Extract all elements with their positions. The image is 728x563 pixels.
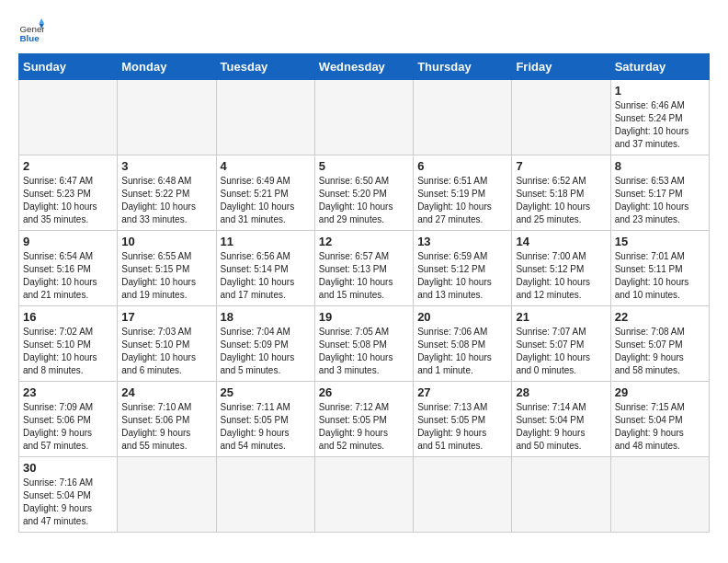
calendar-header-thursday: Thursday: [414, 54, 512, 80]
calendar-cell: 14Sunrise: 7:00 AM Sunset: 5:12 PM Dayli…: [512, 231, 610, 306]
day-number: 27: [417, 385, 507, 399]
calendar-header-monday: Monday: [118, 54, 216, 80]
calendar-header-wednesday: Wednesday: [314, 54, 413, 80]
day-info: Sunrise: 6:48 AM Sunset: 5:22 PM Dayligh…: [121, 175, 211, 226]
calendar-cell: 13Sunrise: 6:59 AM Sunset: 5:12 PM Dayli…: [414, 231, 512, 306]
calendar-cell: [414, 80, 512, 155]
calendar-cell: 25Sunrise: 7:11 AM Sunset: 5:05 PM Dayli…: [216, 382, 314, 457]
calendar-cell: [512, 80, 610, 155]
calendar-week-row: 9Sunrise: 6:54 AM Sunset: 5:16 PM Daylig…: [19, 231, 710, 306]
calendar-cell: 10Sunrise: 6:55 AM Sunset: 5:15 PM Dayli…: [118, 231, 216, 306]
calendar-cell: 21Sunrise: 7:07 AM Sunset: 5:07 PM Dayli…: [512, 306, 610, 382]
calendar-cell: 24Sunrise: 7:10 AM Sunset: 5:06 PM Dayli…: [118, 382, 216, 457]
calendar-cell: [610, 457, 709, 533]
calendar-week-row: 1Sunrise: 6:46 AM Sunset: 5:24 PM Daylig…: [19, 80, 710, 155]
day-number: 9: [23, 235, 113, 248]
calendar-cell: 4Sunrise: 6:49 AM Sunset: 5:21 PM Daylig…: [216, 155, 314, 231]
header: General Blue: [18, 18, 710, 44]
calendar-cell: 12Sunrise: 6:57 AM Sunset: 5:13 PM Dayli…: [314, 231, 413, 306]
calendar-cell: 11Sunrise: 6:56 AM Sunset: 5:14 PM Dayli…: [216, 231, 314, 306]
day-number: 26: [319, 385, 409, 399]
calendar-cell: 22Sunrise: 7:08 AM Sunset: 5:07 PM Dayli…: [610, 306, 709, 382]
day-info: Sunrise: 7:06 AM Sunset: 5:08 PM Dayligh…: [417, 326, 507, 377]
day-number: 6: [417, 159, 507, 173]
calendar-cell: 1Sunrise: 6:46 AM Sunset: 5:24 PM Daylig…: [610, 80, 709, 155]
day-number: 19: [319, 310, 409, 324]
svg-marker-3: [39, 18, 44, 24]
day-info: Sunrise: 6:53 AM Sunset: 5:17 PM Dayligh…: [615, 175, 705, 226]
calendar-header-tuesday: Tuesday: [216, 54, 314, 80]
day-number: 13: [417, 235, 507, 248]
day-info: Sunrise: 7:02 AM Sunset: 5:10 PM Dayligh…: [23, 326, 113, 377]
day-number: 30: [23, 461, 113, 475]
day-info: Sunrise: 6:51 AM Sunset: 5:19 PM Dayligh…: [417, 175, 507, 226]
day-info: Sunrise: 7:05 AM Sunset: 5:08 PM Dayligh…: [319, 326, 409, 377]
calendar-cell: [216, 457, 314, 533]
calendar-cell: 27Sunrise: 7:13 AM Sunset: 5:05 PM Dayli…: [414, 382, 512, 457]
day-number: 14: [516, 235, 606, 248]
day-info: Sunrise: 7:00 AM Sunset: 5:12 PM Dayligh…: [516, 250, 606, 302]
calendar-cell: 15Sunrise: 7:01 AM Sunset: 5:11 PM Dayli…: [610, 231, 709, 306]
day-info: Sunrise: 7:13 AM Sunset: 5:05 PM Dayligh…: [417, 401, 507, 453]
calendar-cell: 23Sunrise: 7:09 AM Sunset: 5:06 PM Dayli…: [19, 382, 118, 457]
calendar-cell: 16Sunrise: 7:02 AM Sunset: 5:10 PM Dayli…: [19, 306, 118, 382]
day-number: 5: [319, 159, 409, 173]
day-info: Sunrise: 6:49 AM Sunset: 5:21 PM Dayligh…: [221, 175, 311, 226]
calendar-cell: 29Sunrise: 7:15 AM Sunset: 5:04 PM Dayli…: [610, 382, 709, 457]
calendar-cell: 7Sunrise: 6:52 AM Sunset: 5:18 PM Daylig…: [512, 155, 610, 231]
calendar-cell: 6Sunrise: 6:51 AM Sunset: 5:19 PM Daylig…: [414, 155, 512, 231]
day-info: Sunrise: 7:08 AM Sunset: 5:07 PM Dayligh…: [615, 326, 705, 377]
day-info: Sunrise: 7:11 AM Sunset: 5:05 PM Dayligh…: [221, 401, 311, 453]
calendar-cell: 18Sunrise: 7:04 AM Sunset: 5:09 PM Dayli…: [216, 306, 314, 382]
day-info: Sunrise: 6:47 AM Sunset: 5:23 PM Dayligh…: [23, 175, 113, 226]
day-number: 29: [615, 385, 705, 399]
day-number: 28: [516, 385, 606, 399]
day-info: Sunrise: 7:15 AM Sunset: 5:04 PM Dayligh…: [615, 401, 705, 453]
calendar-cell: 5Sunrise: 6:50 AM Sunset: 5:20 PM Daylig…: [314, 155, 413, 231]
day-info: Sunrise: 6:54 AM Sunset: 5:16 PM Dayligh…: [23, 250, 113, 302]
calendar-week-row: 16Sunrise: 7:02 AM Sunset: 5:10 PM Dayli…: [19, 306, 710, 382]
day-info: Sunrise: 7:10 AM Sunset: 5:06 PM Dayligh…: [121, 401, 211, 453]
day-number: 20: [417, 310, 507, 324]
calendar-cell: [216, 80, 314, 155]
day-number: 21: [516, 310, 606, 324]
calendar-cell: [19, 80, 118, 155]
calendar-cell: 9Sunrise: 6:54 AM Sunset: 5:16 PM Daylig…: [19, 231, 118, 306]
day-info: Sunrise: 6:59 AM Sunset: 5:12 PM Dayligh…: [417, 250, 507, 302]
day-number: 22: [615, 310, 705, 324]
day-info: Sunrise: 7:01 AM Sunset: 5:11 PM Dayligh…: [615, 250, 705, 302]
calendar-header-row: SundayMondayTuesdayWednesdayThursdayFrid…: [19, 54, 710, 80]
day-info: Sunrise: 6:50 AM Sunset: 5:20 PM Dayligh…: [319, 175, 409, 226]
day-info: Sunrise: 7:09 AM Sunset: 5:06 PM Dayligh…: [23, 401, 113, 453]
day-number: 8: [615, 159, 705, 173]
day-number: 1: [615, 84, 705, 98]
day-info: Sunrise: 6:46 AM Sunset: 5:24 PM Dayligh…: [615, 99, 705, 151]
day-number: 23: [23, 385, 113, 399]
calendar-cell: 19Sunrise: 7:05 AM Sunset: 5:08 PM Dayli…: [314, 306, 413, 382]
day-info: Sunrise: 7:16 AM Sunset: 5:04 PM Dayligh…: [23, 477, 113, 528]
day-info: Sunrise: 7:04 AM Sunset: 5:09 PM Dayligh…: [221, 326, 311, 377]
calendar-cell: [314, 80, 413, 155]
day-info: Sunrise: 7:03 AM Sunset: 5:10 PM Dayligh…: [121, 326, 211, 377]
day-info: Sunrise: 6:55 AM Sunset: 5:15 PM Dayligh…: [121, 250, 211, 302]
calendar-cell: 2Sunrise: 6:47 AM Sunset: 5:23 PM Daylig…: [19, 155, 118, 231]
calendar-cell: 17Sunrise: 7:03 AM Sunset: 5:10 PM Dayli…: [118, 306, 216, 382]
calendar: SundayMondayTuesdayWednesdayThursdayFrid…: [18, 53, 710, 533]
calendar-cell: 28Sunrise: 7:14 AM Sunset: 5:04 PM Dayli…: [512, 382, 610, 457]
day-info: Sunrise: 7:12 AM Sunset: 5:05 PM Dayligh…: [319, 401, 409, 453]
day-info: Sunrise: 7:07 AM Sunset: 5:07 PM Dayligh…: [516, 326, 606, 377]
day-number: 24: [121, 385, 211, 399]
calendar-cell: [512, 457, 610, 533]
calendar-header-sunday: Sunday: [19, 54, 118, 80]
calendar-cell: [314, 457, 413, 533]
calendar-cell: 20Sunrise: 7:06 AM Sunset: 5:08 PM Dayli…: [414, 306, 512, 382]
day-number: 25: [221, 385, 311, 399]
svg-text:Blue: Blue: [19, 33, 40, 43]
calendar-cell: 26Sunrise: 7:12 AM Sunset: 5:05 PM Dayli…: [314, 382, 413, 457]
logo: General Blue: [18, 18, 48, 44]
calendar-cell: [118, 457, 216, 533]
calendar-cell: 8Sunrise: 6:53 AM Sunset: 5:17 PM Daylig…: [610, 155, 709, 231]
day-number: 15: [615, 235, 705, 248]
calendar-header-saturday: Saturday: [610, 54, 709, 80]
day-number: 17: [121, 310, 211, 324]
